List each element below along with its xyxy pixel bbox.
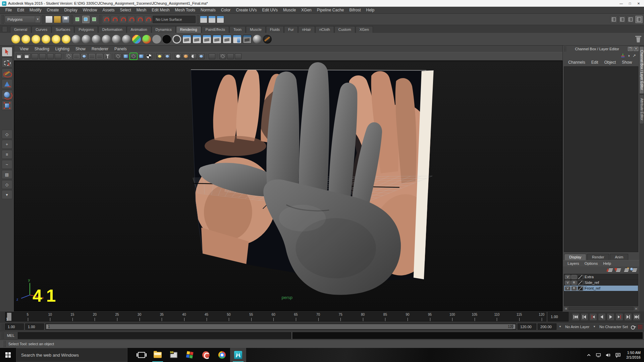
anim-layer-selector[interactable]: No Anim Layer xyxy=(564,325,591,329)
ipr-render-icon[interactable] xyxy=(203,35,211,44)
paint-select-tool[interactable] xyxy=(2,68,12,78)
menu-help[interactable]: Help xyxy=(364,7,377,14)
trash-icon[interactable] xyxy=(635,36,641,43)
character-set-selector[interactable]: No Character Set xyxy=(598,325,629,329)
highlight-selection-mode-icon[interactable] xyxy=(610,16,618,23)
menu-file[interactable]: File xyxy=(3,7,14,14)
panel-menu-view[interactable]: View xyxy=(17,47,32,51)
ccleaner-button[interactable] xyxy=(198,348,214,362)
create-empty-layer-icon[interactable] xyxy=(623,268,629,273)
layer-row-side_ref[interactable]: VRSide_ref xyxy=(564,280,638,286)
close-panel-icon[interactable]: ✕ xyxy=(634,47,638,51)
create-layer-from-selected-icon[interactable] xyxy=(631,268,637,273)
safe-action-icon[interactable] xyxy=(96,53,103,59)
shelf-tab-muscle[interactable]: Muscle xyxy=(246,26,266,33)
menu-edit[interactable]: Edit xyxy=(14,7,27,14)
shelf-tab-dynamics[interactable]: Dynamics xyxy=(152,26,176,33)
layout-persp-graph[interactable]: ~ xyxy=(2,160,12,169)
viewport[interactable]: y x z 41 persp xyxy=(14,61,562,311)
directional-light-icon[interactable] xyxy=(42,35,50,44)
channel-box-toggle-icon[interactable] xyxy=(619,16,626,23)
layer-tab-anim[interactable]: Anim xyxy=(610,254,628,260)
layer-row-extra[interactable]: VExtra xyxy=(564,274,638,280)
minimize-button[interactable]: — xyxy=(617,1,625,6)
float-panel-icon[interactable]: ❒ xyxy=(628,47,633,51)
live-surface-field[interactable]: No Live Surface xyxy=(153,16,196,23)
side-tab-attribute-editor[interactable]: Attribute Editor xyxy=(639,95,644,124)
2d-pan-zoom-icon[interactable] xyxy=(47,53,54,59)
chrome-button[interactable] xyxy=(214,348,230,362)
shading-map-icon[interactable] xyxy=(142,35,151,44)
shelf-tab-xgen[interactable]: XGen xyxy=(356,26,373,33)
panel-menu-lighting[interactable]: Lighting xyxy=(52,47,72,51)
bookmarks-icon[interactable] xyxy=(32,53,38,59)
menu-edit-uvs[interactable]: Edit UVs xyxy=(259,7,280,14)
new-scene-icon[interactable] xyxy=(45,16,53,23)
hypershade-icon[interactable] xyxy=(233,35,241,44)
drag-grip[interactable] xyxy=(1,15,4,23)
resolution-gate-icon[interactable] xyxy=(73,53,80,59)
playback-end-field[interactable]: 120.00 xyxy=(518,323,536,330)
channel-menu-show[interactable]: Show xyxy=(619,60,635,65)
channel-menu-channels[interactable]: Channels xyxy=(566,60,588,65)
menu-modify[interactable]: Modify xyxy=(27,7,44,14)
taskbar-clock[interactable]: 1:50 AM 2/1/2016 xyxy=(625,350,641,360)
shelf-tab-polygons[interactable]: Polygons xyxy=(74,26,98,33)
shelf-tab-surfaces[interactable]: Surfaces xyxy=(52,26,74,33)
chevron-down-icon[interactable]: ▼ xyxy=(558,325,562,328)
open-scene-icon[interactable] xyxy=(54,16,61,23)
layer-menu-help[interactable]: Help xyxy=(600,261,614,265)
range-bar[interactable]: 1 120 xyxy=(46,324,516,329)
white-light-icon[interactable] xyxy=(175,53,181,59)
layout-four-view[interactable]: + xyxy=(2,140,12,149)
drag-grip[interactable] xyxy=(1,332,4,339)
xray-joints-icon[interactable] xyxy=(227,53,234,59)
film-gate-icon[interactable] xyxy=(65,53,72,59)
side-tab-channel-box-layer-editor[interactable]: Channel Box / Layer Editor xyxy=(639,46,644,94)
menu-mesh[interactable]: Mesh xyxy=(134,7,149,14)
screen-space-ao-icon[interactable] xyxy=(190,53,197,59)
layer-visible-toggle[interactable]: V xyxy=(565,275,571,279)
batch-render-icon[interactable] xyxy=(213,35,221,44)
layer-renderable-toggle[interactable]: R xyxy=(571,281,577,285)
render-view-icon[interactable] xyxy=(200,16,207,23)
taskbar-search[interactable] xyxy=(16,348,127,362)
layer-menu-layers[interactable]: Layers xyxy=(565,261,582,265)
snap-to-grid-icon[interactable] xyxy=(102,16,110,23)
shelf-tab-deformation[interactable]: Deformation xyxy=(98,26,126,33)
make-live-icon[interactable] xyxy=(144,16,152,23)
maximize-button[interactable]: □ xyxy=(626,1,634,6)
shelf-tab-custom[interactable]: Custom xyxy=(334,26,355,33)
command-input[interactable] xyxy=(18,332,291,339)
action-center-icon[interactable] xyxy=(615,352,621,358)
surface-shader-icon[interactable] xyxy=(152,35,161,44)
snap-to-curve-icon[interactable] xyxy=(111,16,118,23)
phonge-material-icon[interactable] xyxy=(122,35,131,44)
manip-arrow-icon[interactable]: ↗ xyxy=(633,53,636,58)
scale-tool[interactable] xyxy=(2,101,12,110)
scroll-track[interactable] xyxy=(569,307,634,310)
layout-single-persp[interactable]: ◇ xyxy=(2,130,12,139)
shelf-tab-curves[interactable]: Curves xyxy=(32,26,51,33)
range-track[interactable]: 1 120 xyxy=(45,323,516,330)
shelf-tab-toon[interactable]: Toon xyxy=(229,26,246,33)
volume-light-icon[interactable] xyxy=(62,35,70,44)
anisotropic-material-icon[interactable] xyxy=(82,35,91,44)
shelf-tab-animation[interactable]: Animation xyxy=(127,26,151,33)
spot-light-icon[interactable] xyxy=(32,35,40,44)
play-backwards-button[interactable] xyxy=(598,313,606,321)
file-explorer-button[interactable] xyxy=(150,348,166,362)
shelf-menu-button[interactable] xyxy=(2,26,7,32)
ipr-render-icon[interactable] xyxy=(217,16,224,23)
render-view-icon[interactable] xyxy=(182,35,191,44)
animation-start-field[interactable]: 1.00 xyxy=(5,323,24,330)
scroll-left-icon[interactable]: ◂ xyxy=(564,307,568,310)
maya-taskbar-button[interactable] xyxy=(230,348,246,362)
select-camera-icon[interactable] xyxy=(16,53,23,59)
panel-menu-show[interactable]: Show xyxy=(72,47,89,51)
menu-edit-mesh[interactable]: Edit Mesh xyxy=(149,7,172,14)
menu-mesh-tools[interactable]: Mesh Tools xyxy=(172,7,198,14)
snap-to-view-plane-icon[interactable] xyxy=(136,16,143,23)
select-object-icon[interactable] xyxy=(82,16,90,23)
chevron-up-icon[interactable] xyxy=(586,352,592,358)
